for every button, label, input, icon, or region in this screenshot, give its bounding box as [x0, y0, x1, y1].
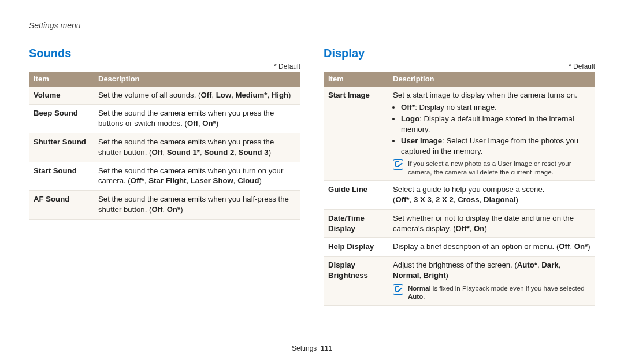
- item-cell: Start Image: [324, 87, 388, 181]
- desc-cell: Set the sound the camera emits when you …: [94, 191, 300, 220]
- item-cell: Display Brightness: [324, 257, 388, 305]
- list-item: Logo: Display a default image stored in …: [401, 114, 590, 135]
- col-header-description: Description: [94, 72, 300, 87]
- desc-cell: Set the sound the camera emits when you …: [94, 162, 300, 191]
- item-cell: Guide Line: [324, 181, 388, 210]
- item-cell: Beep Sound: [29, 105, 94, 133]
- start-image-options-list: Off*: Display no start image. Logo: Disp…: [393, 102, 590, 156]
- note-icon: [393, 159, 403, 170]
- page-footer: Settings 111: [29, 340, 595, 352]
- table-row: AF Sound Set the sound the camera emits …: [29, 191, 300, 220]
- table-row: Start Sound Set the sound the camera emi…: [29, 162, 300, 191]
- table-row: Help Display Display a brief description…: [324, 238, 595, 257]
- display-table: Item Description Start Image Set a start…: [324, 72, 595, 306]
- item-cell: Help Display: [324, 238, 388, 257]
- display-default-note: * Default: [324, 62, 595, 70]
- desc-cell: Set whether or not to display the date a…: [388, 209, 595, 238]
- desc-cell: Select a guide to help you compose a sce…: [388, 181, 595, 210]
- col-header-description: Description: [388, 72, 595, 87]
- desc-cell: Set the sound the camera emits when you …: [94, 133, 300, 162]
- item-cell: Volume: [29, 87, 94, 105]
- table-row: Date/Time Display Set whether or not to …: [324, 209, 595, 238]
- table-row: Volume Set the volume of all sounds. (Of…: [29, 87, 300, 105]
- breadcrumb: Settings menu: [29, 21, 595, 34]
- sounds-default-note: * Default: [29, 62, 300, 70]
- sounds-title: Sounds: [29, 47, 300, 60]
- note-text: If you select a new photo as a User Imag…: [408, 159, 590, 176]
- sounds-section: Sounds * Default Item Description Volume…: [29, 47, 300, 340]
- list-item: User Image: Select User Image from the p…: [401, 136, 590, 157]
- desc-cell: Display a brief description of an option…: [388, 238, 595, 257]
- item-cell: Shutter Sound: [29, 133, 94, 162]
- col-header-item: Item: [29, 72, 94, 87]
- list-item: Off*: Display no start image.: [401, 102, 590, 113]
- desc-cell: Set the sound the camera emits when you …: [94, 105, 300, 133]
- display-title: Display: [324, 47, 595, 60]
- table-row: Shutter Sound Set the sound the camera e…: [29, 133, 300, 162]
- item-cell: Date/Time Display: [324, 209, 388, 238]
- table-row: Beep Sound Set the sound the camera emit…: [29, 105, 300, 133]
- col-header-item: Item: [324, 72, 388, 87]
- table-row: Display Brightness Adjust the brightness…: [324, 257, 595, 305]
- note-icon: [393, 284, 403, 295]
- note-text: Normal is fixed in Playback mode even if…: [408, 284, 590, 301]
- display-section: Display * Default Item Description Start…: [324, 47, 595, 340]
- table-row: Start Image Set a start image to display…: [324, 87, 595, 181]
- desc-cell: Set a start image to display when the ca…: [388, 87, 595, 181]
- desc-cell: Adjust the brightness of the screen. (Au…: [388, 257, 595, 305]
- sounds-table: Item Description Volume Set the volume o…: [29, 72, 300, 220]
- table-row: Guide Line Select a guide to help you co…: [324, 181, 595, 210]
- item-cell: Start Sound: [29, 162, 94, 191]
- desc-cell: Set the volume of all sounds. (Off, Low,…: [94, 87, 300, 105]
- item-cell: AF Sound: [29, 191, 94, 220]
